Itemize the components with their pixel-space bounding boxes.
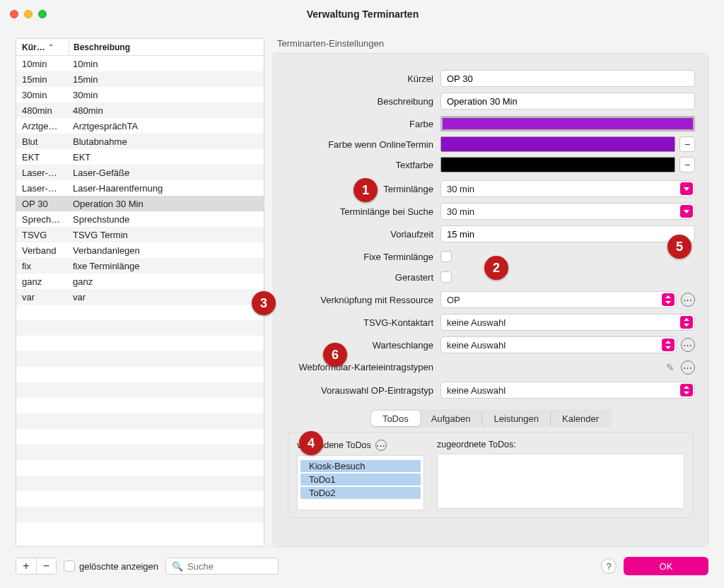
- table-row[interactable]: varvar: [16, 289, 264, 305]
- list-item[interactable]: ToDo1: [300, 474, 421, 486]
- farbe-online-colorwell[interactable]: [440, 136, 675, 152]
- tabs: ToDosAufgabenLeistungenKalender: [370, 409, 612, 428]
- tab-kalender[interactable]: Kalender: [550, 411, 610, 426]
- help-button[interactable]: ?: [601, 558, 617, 574]
- table-row[interactable]: 15min15min: [16, 71, 264, 87]
- table-row[interactable]: Laser-…Laser-Gefäße: [16, 165, 264, 180]
- table-row[interactable]: Arztge…ArztgesprächTA: [16, 118, 264, 134]
- warteschlange-select[interactable]: keine Auswahl: [440, 336, 677, 353]
- farbe-colorwell[interactable]: [440, 116, 695, 131]
- kuerzel-field[interactable]: [440, 70, 695, 87]
- column-header-beschreibung[interactable]: Beschreibung: [69, 39, 264, 55]
- label-kuerzel: Kürzel: [286, 74, 440, 84]
- annotation-badge-3: 3: [252, 291, 276, 315]
- table-row[interactable]: [16, 413, 264, 429]
- table-row[interactable]: [16, 445, 264, 460]
- settings-group-title: Terminarten-Einstellungen: [273, 38, 708, 53]
- tab-leistungen[interactable]: Leistungen: [481, 411, 550, 426]
- list-item[interactable]: ToDo2: [300, 487, 421, 499]
- table-row[interactable]: 30min30min: [16, 87, 264, 102]
- table-row[interactable]: TSVGTSVG Termin: [16, 227, 264, 242]
- table-row[interactable]: [16, 320, 264, 336]
- label-fixe-laenge: Fixe Terminlänge: [286, 252, 440, 262]
- table-row[interactable]: Laser-…Laser-Haarentfernung: [16, 180, 264, 196]
- remove-button[interactable]: −: [36, 558, 56, 574]
- annotation-badge-4: 4: [299, 431, 323, 455]
- terminlaenge-select[interactable]: 30 min: [440, 180, 695, 197]
- table-row[interactable]: fixfixe Terminlänge: [16, 258, 264, 274]
- warteschlange-more-button[interactable]: [681, 338, 695, 352]
- annotation-badge-1: 1: [354, 178, 378, 202]
- updown-icon: [680, 316, 693, 329]
- terminlaenge-suche-select[interactable]: 30 min: [440, 203, 695, 220]
- table-row[interactable]: [16, 398, 264, 413]
- ressource-select[interactable]: OP: [440, 291, 677, 308]
- table-row[interactable]: [16, 382, 264, 398]
- clear-farbe-online-button[interactable]: −: [679, 136, 695, 152]
- table-row[interactable]: [16, 367, 264, 382]
- table-row[interactable]: [16, 460, 264, 476]
- add-remove-buttons: + −: [16, 558, 57, 575]
- fixe-laenge-checkbox[interactable]: [440, 251, 452, 262]
- show-deleted-checkbox[interactable]: [64, 560, 75, 572]
- annotation-badge-5: 5: [667, 235, 691, 259]
- table-row[interactable]: [16, 336, 264, 351]
- label-tsvg: TSVG-Kontaktart: [286, 317, 440, 328]
- table-row[interactable]: ganzganz: [16, 274, 264, 289]
- table-row[interactable]: [16, 351, 264, 367]
- textfarbe-colorwell[interactable]: [440, 157, 675, 172]
- label-warteschlange: Warteschlange: [286, 340, 440, 351]
- window: Verwaltung Terminarten Kür… ⌃ Beschreibu…: [0, 0, 724, 588]
- table-row[interactable]: 10min10min: [16, 56, 264, 71]
- beschreibung-field[interactable]: [440, 93, 695, 110]
- assigned-todos-title: zugeordnete ToDos:: [437, 440, 684, 449]
- label-ressource: Verknüpfung mit Ressource: [286, 295, 440, 305]
- table-row[interactable]: OP 30Operation 30 Min: [16, 196, 264, 211]
- table-row[interactable]: [16, 491, 264, 507]
- available-todos-more-button[interactable]: [375, 440, 387, 451]
- label-gerastert: Gerastert: [286, 272, 440, 283]
- terminarten-table: Kür… ⌃ Beschreibung 10min10min15min15min…: [16, 38, 264, 547]
- table-row[interactable]: [16, 507, 264, 522]
- tab-todos[interactable]: ToDos: [371, 411, 420, 426]
- vorauswahl-op-select[interactable]: keine Auswahl: [440, 382, 695, 399]
- clear-textfarbe-button[interactable]: −: [679, 157, 695, 172]
- table-row[interactable]: [16, 305, 264, 320]
- table-row[interactable]: BlutBlutabnahme: [16, 134, 264, 149]
- tsvg-select[interactable]: keine Auswahl: [440, 314, 695, 331]
- pencil-icon[interactable]: ✎: [664, 361, 677, 374]
- updown-icon: [662, 293, 675, 306]
- footer: + − gelöschte anzeigen 🔍 ? OK: [16, 554, 708, 578]
- vorlaufzeit-field[interactable]: [440, 225, 695, 242]
- search-icon: 🔍: [172, 561, 183, 572]
- table-row[interactable]: EKTEKT: [16, 149, 264, 165]
- ok-button[interactable]: OK: [624, 557, 708, 575]
- annotation-badge-2: 2: [484, 256, 508, 280]
- sort-asc-icon: ⌃: [48, 43, 54, 51]
- table-row[interactable]: [16, 429, 264, 445]
- label-webform: Webformular-Karteieintragstypen: [286, 363, 440, 373]
- label-farbe: Farbe: [286, 119, 440, 129]
- updown-icon: [680, 384, 693, 396]
- add-button[interactable]: +: [16, 558, 36, 574]
- chevron-down-icon: [680, 205, 693, 218]
- settings-groupbox: Kürzel Beschreibung Farbe Farbe wenn Onl…: [273, 53, 708, 547]
- titlebar: Verwaltung Terminarten: [0, 0, 724, 28]
- chevron-down-icon: [680, 182, 693, 195]
- table-row[interactable]: VerbandVerbandanlegen: [16, 242, 264, 258]
- table-row[interactable]: Sprech…Sprechstunde: [16, 211, 264, 227]
- search-field: 🔍: [165, 558, 279, 575]
- table-row[interactable]: [16, 476, 264, 491]
- ressource-more-button[interactable]: [681, 293, 695, 307]
- list-item[interactable]: Kiosk-Besuch: [300, 460, 421, 472]
- gerastert-checkbox[interactable]: [440, 271, 452, 283]
- assigned-todos-list[interactable]: [437, 454, 684, 509]
- webform-more-button[interactable]: [681, 360, 695, 375]
- search-input[interactable]: [186, 560, 308, 572]
- table-row[interactable]: 480min480min: [16, 102, 264, 118]
- column-header-kuerzel[interactable]: Kür… ⌃: [16, 42, 69, 52]
- tab-aufgaben[interactable]: Aufgaben: [420, 411, 482, 426]
- label-vorlaufzeit: Vorlaufzeit: [286, 229, 440, 240]
- label-vorauswahl-op: Vorauswahl OP-Eintragstyp: [286, 385, 440, 396]
- label-beschreibung: Beschreibung: [286, 96, 440, 107]
